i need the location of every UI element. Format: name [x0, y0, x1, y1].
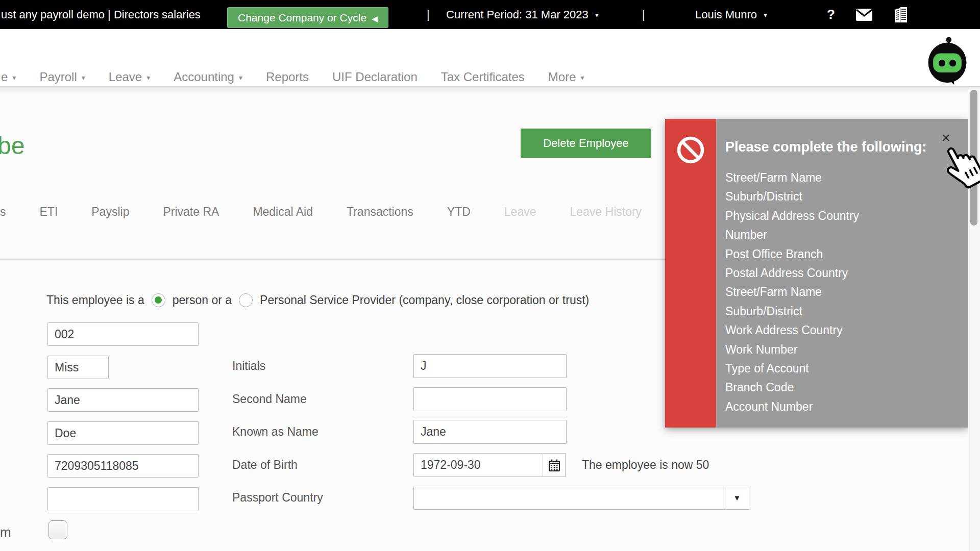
- alert-title: Please complete the following:: [725, 139, 927, 155]
- employee-number-field[interactable]: [47, 322, 199, 346]
- help-icon[interactable]: ?: [827, 0, 835, 29]
- radio-person-selected[interactable]: [152, 293, 165, 307]
- scrollbar-track[interactable]: [968, 87, 980, 551]
- alert-item: Street/Farm Name: [725, 283, 859, 302]
- tab-eti[interactable]: ETI: [40, 205, 58, 219]
- close-icon[interactable]: ×: [941, 130, 950, 145]
- tab-private-ra[interactable]: Private RA: [163, 205, 219, 219]
- tab-leave: Leave: [504, 205, 536, 219]
- alert-red-stripe: [665, 119, 716, 428]
- top-bar: ust any payroll demo | Directors salarie…: [0, 0, 980, 29]
- alert-item: Post Office Branch: [725, 245, 859, 264]
- building-icon[interactable]: [893, 6, 909, 26]
- alert-item: Work Number: [725, 340, 859, 359]
- alert-missing-fields-list: Street/Farm Name Suburb/District Physica…: [725, 168, 859, 416]
- tab-medical-aid[interactable]: Medical Aid: [253, 205, 313, 219]
- separator: |: [642, 0, 645, 29]
- user-menu[interactable]: Louis Munro▾: [695, 0, 767, 29]
- alert-item: Number: [725, 226, 859, 244]
- validation-alert-panel: Please complete the following: × Street/…: [665, 119, 968, 428]
- passport-country-field[interactable]: [413, 486, 725, 510]
- title-field[interactable]: [47, 356, 109, 379]
- nav-item-accounting[interactable]: Accounting▾: [174, 70, 242, 84]
- chatbot-icon[interactable]: [923, 36, 972, 85]
- tab-ytd[interactable]: YTD: [447, 205, 471, 219]
- checkbox-unchecked[interactable]: [48, 520, 67, 539]
- employee-type-row: This employee is a person or a Personal …: [46, 290, 589, 310]
- chevron-down-icon: ▾: [595, 11, 599, 19]
- chevron-down-icon: ▾: [581, 73, 584, 82]
- mail-icon[interactable]: [855, 8, 873, 23]
- initials-field[interactable]: [413, 354, 567, 378]
- back-caret-icon: ◀: [372, 14, 378, 23]
- main-nav: e▾ Payroll▾ Leave▾ Accounting▾ Reports U…: [0, 29, 980, 87]
- alert-item: Street/Farm Name: [725, 168, 859, 187]
- chevron-down-icon: ▾: [82, 73, 85, 82]
- age-note: The employee is now 50: [582, 453, 709, 477]
- scrollbar-thumb[interactable]: [970, 90, 977, 226]
- chevron-down-icon: ▾: [764, 11, 767, 19]
- company-breadcrumb: ust any payroll demo | Directors salarie…: [1, 0, 201, 29]
- tab-bar: s ETI Payslip Private RA Medical Aid Tra…: [0, 205, 642, 219]
- initials-label: Initials: [232, 354, 265, 378]
- cut-off-label: m: [0, 524, 11, 540]
- known-as-name-field[interactable]: [413, 420, 567, 444]
- nav-item-employee[interactable]: e▾: [1, 70, 16, 84]
- second-name-label: Second Name: [232, 387, 307, 411]
- calendar-button[interactable]: [543, 453, 566, 477]
- nav-item-more[interactable]: More▾: [548, 70, 584, 84]
- second-name-field[interactable]: [413, 387, 567, 411]
- alert-item: Physical Address Country: [725, 207, 859, 226]
- prohibition-icon: [676, 135, 705, 165]
- first-name-field[interactable]: [47, 388, 199, 412]
- passport-country-label: Passport Country: [232, 486, 323, 510]
- nav-item-payroll[interactable]: Payroll▾: [39, 70, 85, 84]
- delete-employee-button[interactable]: Delete Employee: [521, 129, 651, 158]
- alert-item: Suburb/District: [725, 187, 859, 206]
- separator: |: [427, 0, 430, 29]
- nav-item-reports[interactable]: Reports: [266, 70, 309, 84]
- current-period-dropdown[interactable]: Current Period: 31 Mar 2023▾: [446, 0, 599, 29]
- known-as-name-label: Known as Name: [232, 420, 318, 444]
- alert-item: Work Address Country: [725, 321, 859, 340]
- change-company-button[interactable]: Change Company or Cycle◀: [227, 7, 388, 28]
- chevron-down-icon: ▾: [146, 73, 150, 82]
- tab-payslip[interactable]: Payslip: [91, 205, 129, 219]
- alert-item: Type of Account: [725, 359, 859, 378]
- nav-item-leave[interactable]: Leave▾: [109, 70, 150, 84]
- dropdown-arrow-icon: ▼: [733, 493, 741, 502]
- alert-item: Suburb/District: [725, 302, 859, 321]
- page-title: be: [0, 132, 24, 160]
- chevron-down-icon: ▾: [239, 73, 242, 82]
- date-of-birth-label: Date of Birth: [232, 453, 298, 477]
- passport-country-dropdown-button[interactable]: ▼: [725, 486, 749, 510]
- nav-item-tax-certificates[interactable]: Tax Certificates: [441, 70, 525, 84]
- tab-transactions[interactable]: Transactions: [347, 205, 413, 219]
- alert-item: Account Number: [725, 397, 859, 416]
- alert-item: Postal Address Country: [725, 264, 859, 283]
- nav-item-uif-declaration[interactable]: UIF Declaration: [332, 70, 418, 84]
- alert-item: Branch Code: [725, 378, 859, 397]
- id-number-field[interactable]: [47, 454, 199, 478]
- last-name-field[interactable]: [47, 421, 199, 445]
- calendar-icon: [548, 459, 561, 472]
- chevron-down-icon: ▾: [12, 73, 16, 82]
- date-of-birth-field[interactable]: [413, 453, 543, 477]
- tab-basics[interactable]: s: [0, 205, 6, 219]
- radio-service-provider[interactable]: [239, 293, 253, 307]
- tab-leave-history: Leave History: [570, 205, 642, 219]
- extra-field[interactable]: [47, 487, 199, 511]
